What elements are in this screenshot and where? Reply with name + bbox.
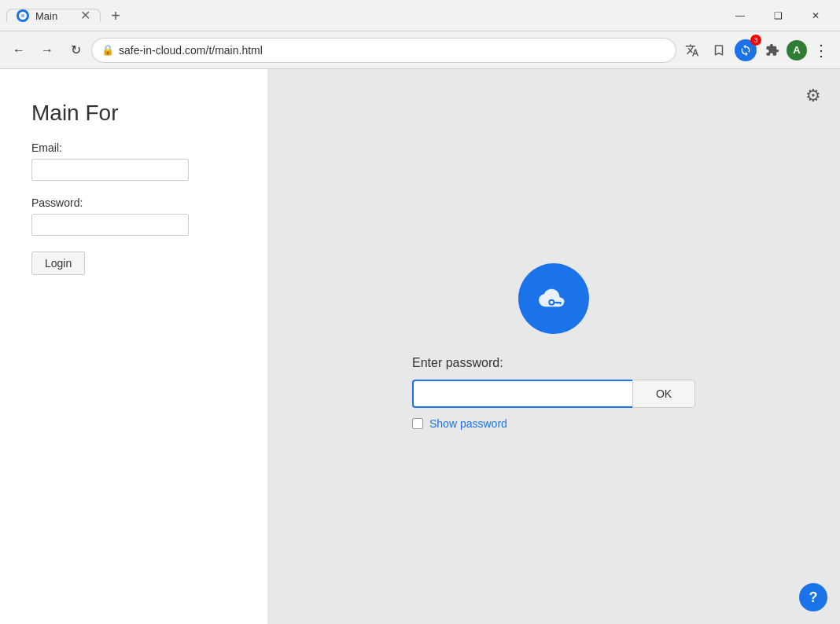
tab-favicon <box>17 9 29 22</box>
svg-point-4 <box>550 301 553 304</box>
title-bar: Main ✕ + — ❑ ✕ <box>0 0 840 31</box>
ok-button[interactable]: OK <box>632 380 695 408</box>
lock-icon: 🔒 <box>101 44 114 56</box>
menu-button[interactable]: ⋮ <box>809 38 834 63</box>
app-logo <box>518 263 589 334</box>
svg-rect-3 <box>557 302 558 304</box>
show-password-row[interactable]: Show password <box>412 417 507 430</box>
help-icon: ? <box>809 589 818 606</box>
password-dialog: ⚙ Enter password: <box>267 69 840 624</box>
dialog-body: Enter password: OK Show password <box>412 356 695 430</box>
extensions-button[interactable] <box>760 38 785 63</box>
show-password-checkbox[interactable] <box>412 418 423 429</box>
browser-tab[interactable]: Main ✕ <box>6 9 101 22</box>
refresh-icon: ↻ <box>71 42 81 57</box>
browser-actions: 3 A ⋮ <box>680 38 834 63</box>
email-input[interactable] <box>31 159 189 181</box>
address-bar[interactable]: 🔒 safe-in-cloud.com/t/main.html <box>91 38 676 63</box>
show-password-label: Show password <box>429 417 507 430</box>
new-tab-button[interactable]: + <box>102 2 129 29</box>
svg-rect-2 <box>559 302 561 304</box>
browser-window: Main ✕ + — ❑ ✕ ← → ↻ 🔒 safe-in-cloud.com… <box>0 0 840 624</box>
maximize-button[interactable]: ❑ <box>760 3 796 28</box>
dialog-password-input[interactable] <box>412 380 632 408</box>
tab-close-button[interactable]: ✕ <box>80 9 90 22</box>
forward-icon: → <box>41 43 53 57</box>
help-button[interactable]: ? <box>799 583 827 611</box>
refresh-button[interactable]: ↻ <box>63 38 88 63</box>
notification-badge: 3 <box>750 35 761 46</box>
gear-icon: ⚙ <box>805 86 821 106</box>
extension-sync-button[interactable]: 3 <box>733 38 758 63</box>
browser-content: Main For Email: Password: Login ⚙ <box>0 69 840 624</box>
close-button[interactable]: ✕ <box>798 3 834 28</box>
navigation-bar: ← → ↻ 🔒 safe-in-cloud.com/t/main.html 3 <box>0 31 840 69</box>
settings-button[interactable]: ⚙ <box>799 82 827 110</box>
password-row: OK <box>412 380 695 408</box>
forward-button[interactable]: → <box>35 38 60 63</box>
logo-icon <box>532 277 575 320</box>
bookmark-button[interactable] <box>706 38 731 63</box>
translate-button[interactable] <box>680 38 705 63</box>
url-text: safe-in-cloud.com/t/main.html <box>119 44 666 57</box>
tab-title: Main <box>35 10 74 22</box>
login-button[interactable]: Login <box>31 251 85 275</box>
window-controls: — ❑ ✕ <box>722 3 834 28</box>
user-avatar[interactable]: A <box>787 40 807 61</box>
minimize-button[interactable]: — <box>722 3 758 28</box>
back-icon: ← <box>13 43 25 57</box>
enter-password-label: Enter password: <box>412 356 503 370</box>
page-password-input[interactable] <box>31 214 189 236</box>
back-button[interactable]: ← <box>6 38 31 63</box>
